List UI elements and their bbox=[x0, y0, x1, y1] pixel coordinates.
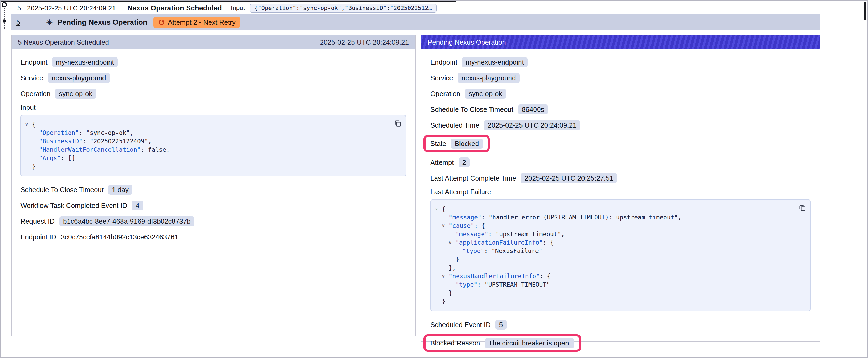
field-label: State bbox=[430, 140, 446, 148]
pending-operation-icon: ✳ bbox=[46, 18, 53, 26]
retry-badge: Attempt 2 • Next Retry bbox=[153, 17, 240, 28]
event-row-scheduled[interactable]: 5 2025-02-25 UTC 20:24:09.21 Nexus Opera… bbox=[11, 2, 437, 14]
event-id-link[interactable]: 5 bbox=[16, 18, 21, 26]
field-operation: Operation sync-op-ok bbox=[21, 88, 406, 99]
scrollbar-thumb[interactable] bbox=[864, 2, 866, 21]
code-line: "Operation": "sync-op-ok", bbox=[25, 129, 390, 137]
code-line: }, bbox=[435, 263, 795, 272]
field-service: Service nexus-playground bbox=[430, 72, 811, 84]
field-label: Service bbox=[430, 74, 453, 82]
copy-button[interactable] bbox=[799, 204, 806, 211]
collapse-chevron-icon[interactable]: ∨ bbox=[442, 222, 449, 230]
code-line: ∨{ bbox=[435, 205, 795, 213]
timeline-dotted-connector bbox=[4, 8, 5, 29]
collapse-chevron-icon[interactable]: ∨ bbox=[449, 238, 456, 247]
field-operation: Operation sync-op-ok bbox=[430, 88, 811, 99]
field-label: Request ID bbox=[21, 217, 55, 225]
detail-panels: 5 Nexus Operation Scheduled 2025-02-25 U… bbox=[11, 35, 820, 342]
code-line: } bbox=[25, 162, 390, 171]
field-attempt: Attempt 2 bbox=[430, 156, 811, 168]
field-value-chip: 4 bbox=[132, 200, 143, 210]
field-label: Operation bbox=[430, 90, 460, 97]
scheduled-event-panel: 5 Nexus Operation Scheduled 2025-02-25 U… bbox=[11, 35, 415, 336]
copy-icon bbox=[799, 204, 806, 211]
endpoint-id-link[interactable]: 3c0c75ccfa8144b092c13ce632463761 bbox=[61, 233, 178, 241]
state-badge: Blocked bbox=[451, 138, 483, 149]
code-line: ∨"cause": { bbox=[435, 222, 795, 230]
input-preview-chip[interactable]: {"Operation":"sync-op-ok","BusinessID":"… bbox=[250, 3, 437, 12]
field-label: Service bbox=[21, 74, 43, 82]
event-id: 5 bbox=[17, 4, 21, 12]
copy-button[interactable] bbox=[394, 120, 401, 127]
field-blocked-reason: Blocked Reason The circuit breaker is op… bbox=[430, 334, 811, 352]
annotation-highlight-state: State Blocked bbox=[424, 135, 490, 152]
field-schedule-to-close: Schedule To Close Timeout 1 day bbox=[21, 184, 406, 195]
field-endpoint: Endpoint my-nexus-endpoint bbox=[430, 56, 811, 68]
field-value-chip: 5 bbox=[495, 319, 506, 329]
field-label: Endpoint bbox=[21, 58, 48, 66]
field-label: Schedule To Close Timeout bbox=[21, 186, 103, 193]
field-label: Workflow Task Completed Event ID bbox=[21, 201, 127, 209]
field-value-chip: my-nexus-endpoint bbox=[52, 57, 118, 67]
timeline-node-icon bbox=[2, 2, 7, 7]
field-value-chip: 86400s bbox=[518, 104, 548, 114]
field-service: Service nexus-playground bbox=[21, 72, 406, 84]
field-value-chip: b1c6a4bc-8ee7-468a-9169-df3b02c8737b bbox=[59, 216, 194, 226]
field-value-chip: 2025-02-25 UTC 20:24:09.21 bbox=[484, 120, 580, 130]
event-row-pending[interactable]: 5 ✳ Pending Nexus Operation Attempt 2 • … bbox=[11, 14, 820, 30]
field-value-chip: 2 bbox=[459, 157, 470, 167]
input-section-label: Input bbox=[21, 103, 406, 111]
annotation-highlight-blocked-reason: Blocked Reason The circuit breaker is op… bbox=[424, 334, 581, 352]
collapse-chevron-icon[interactable]: ∨ bbox=[25, 120, 32, 129]
field-state: State Blocked bbox=[430, 135, 811, 152]
field-label: Last Attempt Complete Time bbox=[430, 174, 516, 182]
event-timestamp: 2025-02-25 UTC 20:24:09.21 bbox=[27, 4, 116, 12]
focus-top-border bbox=[1, 1, 456, 2]
code-line: "message": "upstream timeout", bbox=[435, 230, 795, 238]
field-label: Blocked Reason bbox=[430, 339, 480, 347]
panel-timestamp: 2025-02-25 UTC 20:24:09.21 bbox=[320, 38, 409, 46]
collapse-chevron-icon[interactable]: ∨ bbox=[435, 205, 442, 213]
timeline-current-dot-icon bbox=[3, 20, 6, 23]
field-scheduled-time: Scheduled Time 2025-02-25 UTC 20:24:09.2… bbox=[430, 119, 811, 131]
field-last-attempt-complete-time: Last Attempt Complete Time 2025-02-25 UT… bbox=[430, 172, 811, 184]
scheduled-panel-header: 5 Nexus Operation Scheduled 2025-02-25 U… bbox=[11, 35, 415, 50]
field-label: Endpoint bbox=[430, 58, 457, 66]
field-value-chip: nexus-playground bbox=[48, 73, 110, 83]
field-wft-completed-event-id: Workflow Task Completed Event ID 4 bbox=[21, 199, 406, 211]
field-schedule-to-close: Schedule To Close Timeout 86400s bbox=[430, 103, 811, 115]
code-line: "BusinessID": "20250225122409", bbox=[25, 137, 390, 145]
code-line: "type": "NexusFailure" bbox=[435, 247, 795, 255]
field-label: Scheduled Event ID bbox=[430, 321, 491, 328]
field-value-chip: sync-op-ok bbox=[55, 89, 96, 98]
last-attempt-failure-label: Last Attempt Failure bbox=[430, 188, 811, 196]
code-line: "type": "UPSTREAM_TIMEOUT" bbox=[435, 280, 795, 289]
field-value-chip: 1 day bbox=[108, 185, 132, 194]
pending-operation-panel: Pending Nexus Operation Endpoint my-nexu… bbox=[421, 35, 820, 342]
field-value-chip: my-nexus-endpoint bbox=[462, 57, 528, 67]
code-line: "Args": [] bbox=[25, 154, 390, 162]
pending-panel-header: Pending Nexus Operation bbox=[422, 35, 820, 50]
field-label: Scheduled Time bbox=[430, 121, 479, 129]
code-line: ∨"applicationFailureInfo": { bbox=[435, 238, 795, 247]
retry-icon bbox=[158, 19, 165, 26]
event-title: Nexus Operation Scheduled bbox=[127, 4, 222, 12]
field-label: Schedule To Close Timeout bbox=[430, 105, 513, 113]
field-scheduled-event-id: Scheduled Event ID 5 bbox=[430, 319, 811, 330]
code-line: } bbox=[435, 255, 795, 263]
field-value-chip: sync-op-ok bbox=[465, 89, 506, 98]
panel-title: Pending Nexus Operation bbox=[428, 38, 506, 46]
field-label: Endpoint ID bbox=[21, 233, 56, 241]
code-line: } bbox=[435, 297, 795, 305]
collapse-chevron-icon[interactable]: ∨ bbox=[442, 272, 449, 280]
retry-badge-label: Attempt 2 • Next Retry bbox=[168, 18, 236, 26]
field-request-id: Request ID b1c6a4bc-8ee7-468a-9169-df3b0… bbox=[21, 215, 406, 227]
field-label: Attempt bbox=[430, 158, 454, 166]
code-line: "message": "handler error (UPSTREAM_TIME… bbox=[435, 213, 795, 222]
field-value-chip: 2025-02-25 UTC 20:25:27.51 bbox=[521, 173, 617, 183]
field-label: Operation bbox=[21, 90, 51, 97]
blocked-reason-chip: The circuit breaker is open. bbox=[485, 338, 575, 348]
code-line: "HandlerWaitForCancellation": false, bbox=[25, 145, 390, 154]
copy-icon bbox=[394, 120, 401, 127]
code-line: ∨{ bbox=[25, 120, 390, 129]
